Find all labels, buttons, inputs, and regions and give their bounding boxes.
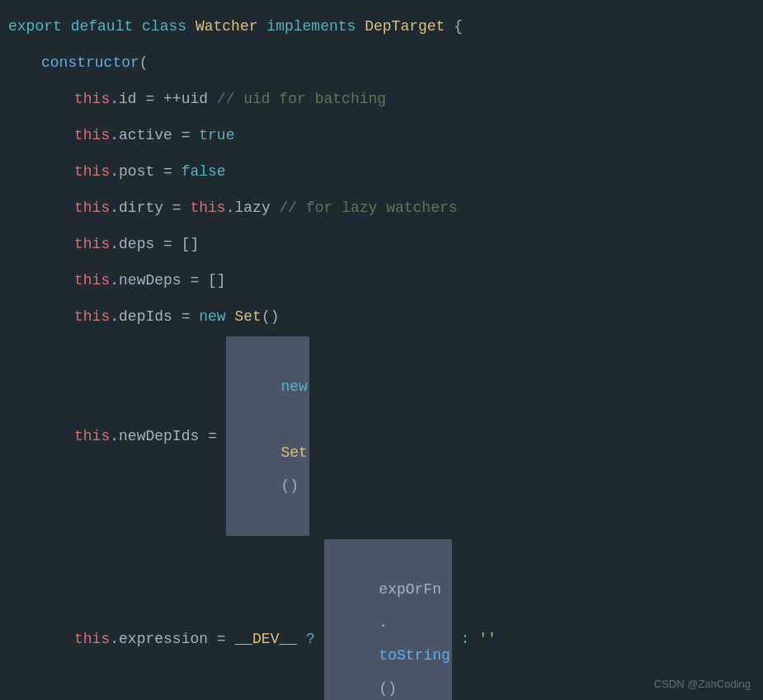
code-line-10: this . newDepIds = new Set () <box>0 335 763 538</box>
code-line-11: this . expression = __DEV__ ? expOrFn . … <box>0 538 763 700</box>
code-line-3: this . id = ++ uid // uid for batching <box>0 81 763 117</box>
token-class: class <box>142 10 186 43</box>
code-editor: export default class Watcher implements … <box>0 0 763 700</box>
code-line-9: this . depIds = new Set () <box>0 298 763 335</box>
highlight-new-set: new Set () <box>226 336 309 536</box>
token-classname: Watcher <box>195 10 258 43</box>
code-line-5: this . post = false <box>0 153 763 190</box>
code-line-6: this . dirty = this . lazy // for lazy w… <box>0 190 763 226</box>
token-export: export <box>8 10 62 43</box>
token-deptarget: DepTarget <box>365 10 445 43</box>
token-implements: implements <box>266 10 356 43</box>
code-line-8: this . newDeps = [] <box>0 262 763 298</box>
watermark: CSDN @ZahCoding <box>654 678 751 690</box>
token-default: default <box>71 10 134 43</box>
token-constructor: constructor <box>41 46 139 79</box>
code-line-7: this . deps = [] <box>0 226 763 262</box>
code-line-4: this . active = true <box>0 117 763 153</box>
code-line-2: constructor ( <box>0 45 763 81</box>
highlight-exporfn-tostring: expOrFn . toString () <box>324 539 452 700</box>
code-line-1: export default class Watcher implements … <box>0 8 763 45</box>
